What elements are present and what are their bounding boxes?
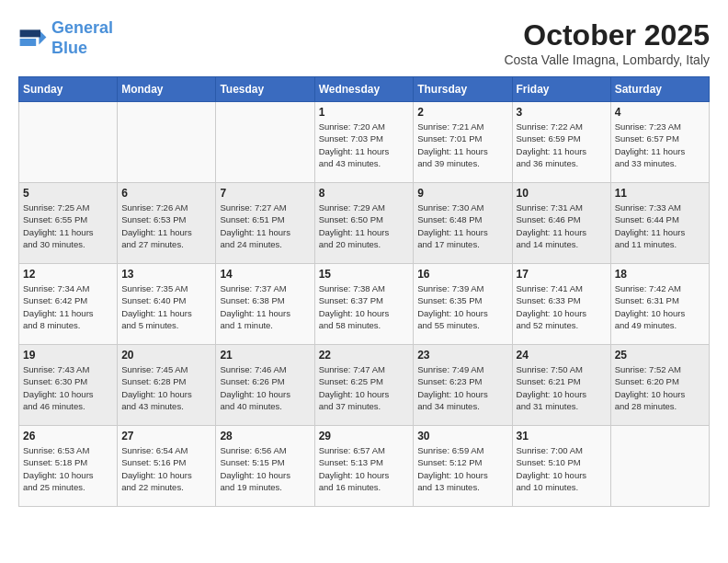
day-info: Sunrise: 7:23 AM Sunset: 6:57 PM Dayligh… — [615, 121, 705, 169]
title-block: October 2025 Costa Valle Imagna, Lombard… — [504, 18, 710, 67]
day-info: Sunrise: 7:33 AM Sunset: 6:44 PM Dayligh… — [615, 201, 705, 250]
day-number: 28 — [220, 430, 310, 442]
calendar-day-cell: 11Sunrise: 7:33 AM Sunset: 6:44 PM Dayli… — [610, 183, 709, 264]
calendar-day-cell: 7Sunrise: 7:27 AM Sunset: 6:51 PM Daylig… — [216, 183, 314, 264]
day-info: Sunrise: 7:30 AM Sunset: 6:48 PM Dayligh… — [417, 201, 507, 250]
day-number: 13 — [121, 268, 211, 281]
calendar-week-row: 12Sunrise: 7:34 AM Sunset: 6:42 PM Dayli… — [19, 264, 710, 345]
calendar-week-row: 26Sunrise: 6:53 AM Sunset: 5:18 PM Dayli… — [19, 426, 710, 507]
day-info: Sunrise: 6:57 AM Sunset: 5:13 PM Dayligh… — [319, 444, 410, 493]
calendar-day-cell: 18Sunrise: 7:42 AM Sunset: 6:31 PM Dayli… — [610, 264, 709, 345]
day-info: Sunrise: 7:49 AM Sunset: 6:23 PM Dayligh… — [417, 363, 507, 412]
day-number: 2 — [417, 106, 507, 119]
weekday-header: Sunday — [19, 77, 118, 102]
calendar-day-cell: 3Sunrise: 7:22 AM Sunset: 6:59 PM Daylig… — [512, 102, 610, 183]
day-info: Sunrise: 7:34 AM Sunset: 6:42 PM Dayligh… — [23, 282, 113, 331]
logo-line1: General — [51, 18, 113, 37]
day-number: 25 — [615, 349, 705, 362]
day-number: 30 — [417, 430, 507, 442]
calendar-day-cell: 23Sunrise: 7:49 AM Sunset: 6:23 PM Dayli… — [414, 345, 512, 426]
day-number: 15 — [319, 268, 410, 281]
day-info: Sunrise: 7:20 AM Sunset: 7:03 PM Dayligh… — [319, 121, 410, 169]
calendar-table: SundayMondayTuesdayWednesdayThursdayFrid… — [18, 76, 710, 507]
calendar-day-cell: 29Sunrise: 6:57 AM Sunset: 5:13 PM Dayli… — [314, 426, 414, 507]
day-number: 9 — [417, 187, 507, 200]
day-number: 18 — [615, 268, 705, 281]
day-number: 31 — [517, 430, 607, 442]
calendar-day-cell: 16Sunrise: 7:39 AM Sunset: 6:35 PM Dayli… — [414, 264, 512, 345]
calendar-day-cell: 14Sunrise: 7:37 AM Sunset: 6:38 PM Dayli… — [216, 264, 314, 345]
calendar-day-cell: 8Sunrise: 7:29 AM Sunset: 6:50 PM Daylig… — [314, 183, 414, 264]
day-number: 29 — [319, 430, 410, 442]
calendar-week-row: 5Sunrise: 7:25 AM Sunset: 6:55 PM Daylig… — [19, 183, 710, 264]
day-info: Sunrise: 7:29 AM Sunset: 6:50 PM Dayligh… — [319, 201, 410, 250]
calendar-day-cell: 19Sunrise: 7:43 AM Sunset: 6:30 PM Dayli… — [19, 345, 118, 426]
calendar-day-cell: 26Sunrise: 6:53 AM Sunset: 5:18 PM Dayli… — [19, 426, 118, 507]
logo-icon — [18, 24, 48, 53]
calendar-day-cell: 21Sunrise: 7:46 AM Sunset: 6:26 PM Dayli… — [216, 345, 314, 426]
logo-text: General Blue — [51, 18, 113, 58]
day-number: 14 — [220, 268, 310, 281]
calendar-header-row: SundayMondayTuesdayWednesdayThursdayFrid… — [19, 77, 710, 102]
calendar-week-row: 19Sunrise: 7:43 AM Sunset: 6:30 PM Dayli… — [19, 345, 710, 426]
day-info: Sunrise: 6:54 AM Sunset: 5:16 PM Dayligh… — [121, 444, 211, 493]
svg-rect-3 — [20, 39, 37, 46]
weekday-header: Tuesday — [216, 77, 314, 102]
calendar-day-cell: 22Sunrise: 7:47 AM Sunset: 6:25 PM Dayli… — [314, 345, 414, 426]
calendar-day-cell — [216, 102, 314, 183]
day-number: 16 — [417, 268, 507, 281]
calendar-header: General Blue October 2025 Costa Valle Im… — [18, 18, 710, 67]
day-number: 8 — [319, 187, 410, 200]
calendar-day-cell: 6Sunrise: 7:26 AM Sunset: 6:53 PM Daylig… — [118, 183, 216, 264]
svg-rect-2 — [20, 29, 40, 37]
calendar-day-cell — [610, 426, 709, 507]
calendar-day-cell: 27Sunrise: 6:54 AM Sunset: 5:16 PM Dayli… — [118, 426, 216, 507]
day-number: 3 — [517, 106, 607, 119]
calendar-day-cell — [19, 102, 118, 183]
day-number: 27 — [121, 430, 211, 442]
day-info: Sunrise: 7:37 AM Sunset: 6:38 PM Dayligh… — [220, 282, 310, 331]
day-info: Sunrise: 7:31 AM Sunset: 6:46 PM Dayligh… — [517, 201, 607, 250]
calendar-day-cell: 24Sunrise: 7:50 AM Sunset: 6:21 PM Dayli… — [512, 345, 610, 426]
calendar-subtitle: Costa Valle Imagna, Lombardy, Italy — [504, 52, 710, 67]
day-number: 26 — [23, 430, 113, 442]
calendar-day-cell: 9Sunrise: 7:30 AM Sunset: 6:48 PM Daylig… — [414, 183, 512, 264]
day-number: 11 — [615, 187, 705, 200]
logo-line2: Blue — [51, 39, 87, 57]
calendar-day-cell — [118, 102, 216, 183]
day-info: Sunrise: 7:22 AM Sunset: 6:59 PM Dayligh… — [517, 121, 607, 169]
weekday-header: Thursday — [414, 77, 512, 102]
day-info: Sunrise: 7:50 AM Sunset: 6:21 PM Dayligh… — [517, 363, 607, 412]
calendar-day-cell: 4Sunrise: 7:23 AM Sunset: 6:57 PM Daylig… — [610, 102, 709, 183]
day-info: Sunrise: 7:46 AM Sunset: 6:26 PM Dayligh… — [220, 363, 310, 412]
calendar-day-cell: 30Sunrise: 6:59 AM Sunset: 5:12 PM Dayli… — [414, 426, 512, 507]
weekday-header: Friday — [512, 77, 610, 102]
day-info: Sunrise: 6:56 AM Sunset: 5:15 PM Dayligh… — [220, 444, 310, 493]
calendar-day-cell: 20Sunrise: 7:45 AM Sunset: 6:28 PM Dayli… — [118, 345, 216, 426]
day-number: 21 — [220, 349, 310, 362]
day-number: 1 — [319, 106, 410, 119]
day-number: 22 — [319, 349, 410, 362]
day-number: 19 — [23, 349, 113, 362]
day-info: Sunrise: 7:47 AM Sunset: 6:25 PM Dayligh… — [319, 363, 410, 412]
calendar-day-cell: 2Sunrise: 7:21 AM Sunset: 7:01 PM Daylig… — [414, 102, 512, 183]
day-info: Sunrise: 7:42 AM Sunset: 6:31 PM Dayligh… — [615, 282, 705, 331]
day-number: 12 — [23, 268, 113, 281]
day-number: 4 — [615, 106, 705, 119]
day-info: Sunrise: 7:39 AM Sunset: 6:35 PM Dayligh… — [417, 282, 507, 331]
calendar-day-cell: 15Sunrise: 7:38 AM Sunset: 6:37 PM Dayli… — [314, 264, 414, 345]
logo: General Blue — [18, 18, 113, 58]
calendar-week-row: 1Sunrise: 7:20 AM Sunset: 7:03 PM Daylig… — [19, 102, 710, 183]
day-number: 17 — [517, 268, 607, 281]
calendar-day-cell: 17Sunrise: 7:41 AM Sunset: 6:33 PM Dayli… — [512, 264, 610, 345]
weekday-header: Saturday — [610, 77, 709, 102]
day-number: 24 — [517, 349, 607, 362]
weekday-header: Wednesday — [314, 77, 414, 102]
day-info: Sunrise: 7:27 AM Sunset: 6:51 PM Dayligh… — [220, 201, 310, 250]
calendar-day-cell: 25Sunrise: 7:52 AM Sunset: 6:20 PM Dayli… — [610, 345, 709, 426]
day-info: Sunrise: 7:52 AM Sunset: 6:20 PM Dayligh… — [615, 363, 705, 412]
day-info: Sunrise: 6:53 AM Sunset: 5:18 PM Dayligh… — [23, 444, 113, 493]
calendar-day-cell: 1Sunrise: 7:20 AM Sunset: 7:03 PM Daylig… — [314, 102, 414, 183]
day-info: Sunrise: 7:38 AM Sunset: 6:37 PM Dayligh… — [319, 282, 410, 331]
day-info: Sunrise: 7:41 AM Sunset: 6:33 PM Dayligh… — [517, 282, 607, 331]
